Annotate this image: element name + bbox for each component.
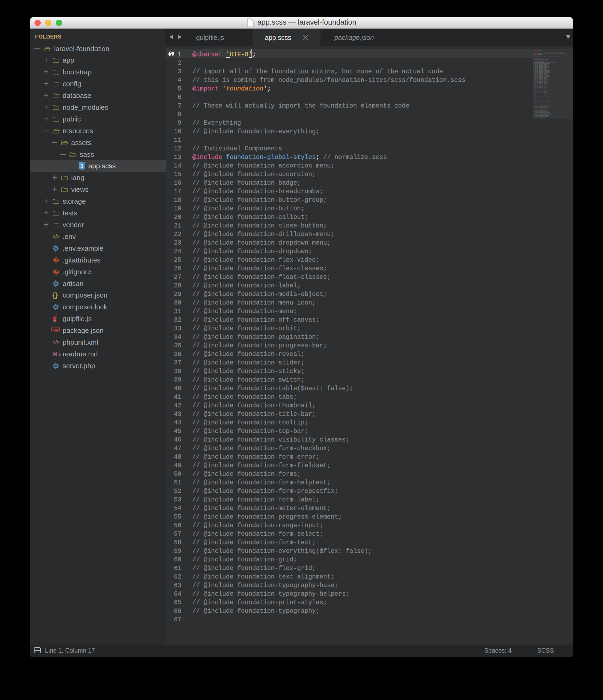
svg-text:Gulp: Gulp bbox=[53, 320, 56, 321]
svg-text:3: 3 bbox=[80, 163, 83, 169]
svg-text:npm: npm bbox=[52, 328, 58, 331]
